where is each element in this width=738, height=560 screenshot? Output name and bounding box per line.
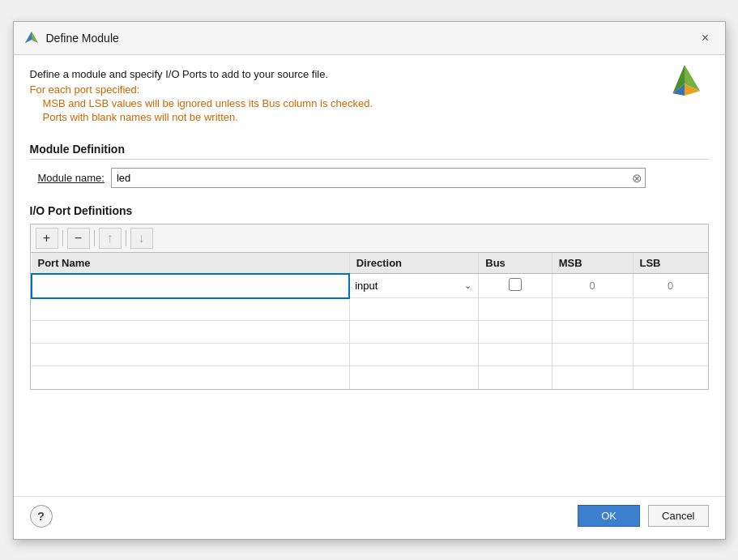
port-name-input-1[interactable] <box>36 280 346 292</box>
help-button[interactable]: ? <box>30 505 53 528</box>
io-table: Port Name Direction Bus MSB LSB <box>31 253 708 389</box>
col-bus: Bus <box>479 253 552 274</box>
clear-module-name-button[interactable]: ⊗ <box>632 172 642 184</box>
msb-cell-4 <box>552 344 633 366</box>
svg-marker-2 <box>25 32 32 43</box>
module-definition-section-title: Module Definition <box>30 143 709 160</box>
title-bar: Define Module × <box>14 22 725 55</box>
direction-cell-1: input output inout ⌄ <box>349 274 479 298</box>
define-module-dialog: Define Module × Define a module and spec… <box>13 21 726 540</box>
col-lsb: LSB <box>633 253 708 274</box>
bus-cell-4 <box>479 344 552 366</box>
direction-cell-3 <box>349 321 479 344</box>
msb-cell-3 <box>552 321 633 344</box>
col-port-name: Port Name <box>32 253 350 274</box>
lsb-cell-2 <box>633 298 708 321</box>
intro-line2: For each port specified: <box>30 83 709 96</box>
lsb-cell-3 <box>633 321 708 344</box>
port-name-input-2[interactable] <box>36 303 344 315</box>
table-row <box>32 321 708 344</box>
io-section-title: I/O Port Definitions <box>30 204 709 217</box>
remove-port-button[interactable]: − <box>67 228 90 249</box>
dialog-title: Define Module <box>46 32 119 45</box>
toolbar-separator-2 <box>94 230 95 246</box>
module-name-label: Module name: <box>38 172 105 184</box>
matlab-logo-large <box>667 62 702 98</box>
msb-cell-2 <box>552 298 633 321</box>
matlab-logo-area <box>667 62 702 100</box>
intro-detail1: MSB and LSB values will be ignored unles… <box>43 97 709 109</box>
bus-cell-5 <box>479 366 552 389</box>
move-down-button[interactable]: ↓ <box>130 228 153 249</box>
port-name-cell-5[interactable] <box>32 366 350 389</box>
module-name-row: Module name: ⊗ <box>30 168 709 188</box>
matlab-icon <box>23 30 40 46</box>
col-direction: Direction <box>349 253 479 274</box>
port-name-input-4[interactable] <box>36 348 344 361</box>
port-name-cell-2[interactable] <box>32 298 350 321</box>
lsb-cell-1: 0 <box>633 274 708 298</box>
bus-checkbox-1[interactable] <box>509 278 522 291</box>
port-name-cell-4[interactable] <box>32 344 350 366</box>
direction-select-1[interactable]: input output inout <box>355 280 473 292</box>
bus-cell-3 <box>479 321 552 344</box>
port-name-cell-1[interactable] <box>32 274 350 298</box>
table-row <box>32 366 708 389</box>
col-msb: MSB <box>552 253 633 274</box>
title-bar-left: Define Module <box>23 30 119 46</box>
toolbar-separator-1 <box>62 230 63 246</box>
table-header-row: Port Name Direction Bus MSB LSB <box>32 253 708 274</box>
dialog-body: Define a module and specify I/O Ports to… <box>14 55 725 496</box>
port-name-input-3[interactable] <box>36 326 344 338</box>
io-toolbar: + − ↑ ↓ <box>30 224 709 252</box>
port-name-input-5[interactable] <box>36 371 344 383</box>
port-name-cell-3[interactable] <box>32 321 350 344</box>
table-row <box>32 298 708 321</box>
direction-wrap-1: input output inout ⌄ <box>355 280 473 292</box>
msb-cell-5 <box>552 366 633 389</box>
close-button[interactable]: × <box>696 28 715 48</box>
move-up-button[interactable]: ↑ <box>99 228 122 249</box>
bus-cell-1 <box>479 274 552 298</box>
direction-cell-4 <box>349 344 479 366</box>
module-name-input[interactable] <box>111 168 646 188</box>
module-name-input-wrap: ⊗ <box>111 168 646 188</box>
dialog-footer: ? OK Cancel <box>14 496 725 539</box>
intro-detail2: Ports with blank names will not be writt… <box>43 111 709 123</box>
svg-marker-1 <box>32 32 38 43</box>
bus-cell-2 <box>479 298 552 321</box>
lsb-cell-4 <box>633 344 708 366</box>
footer-buttons: OK Cancel <box>578 505 708 527</box>
cancel-button[interactable]: Cancel <box>648 505 708 527</box>
add-port-button[interactable]: + <box>36 228 58 249</box>
toolbar-separator-3 <box>126 230 126 246</box>
table-row: input output inout ⌄ 0 0 <box>32 274 708 298</box>
ok-button[interactable]: OK <box>578 505 640 527</box>
intro-line1: Define a module and specify I/O Ports to… <box>30 68 709 80</box>
lsb-cell-5 <box>633 366 708 389</box>
table-row <box>32 344 708 366</box>
direction-cell-2 <box>349 298 479 321</box>
direction-cell-5 <box>349 366 479 389</box>
io-table-wrap: Port Name Direction Bus MSB LSB <box>30 252 709 390</box>
msb-cell-1: 0 <box>552 274 633 298</box>
